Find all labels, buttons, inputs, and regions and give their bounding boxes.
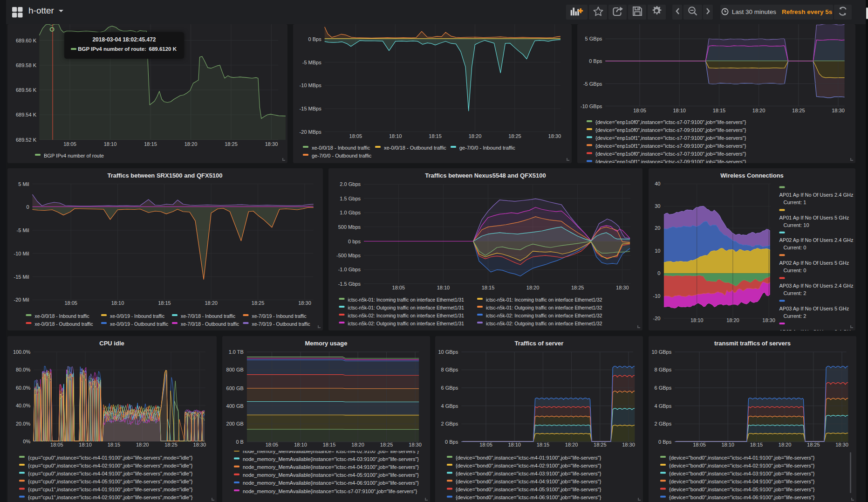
svg-text:18:25: 18:25: [807, 442, 820, 447]
svg-text:-20 MBps: -20 MBps: [300, 129, 322, 135]
svg-text:18:25: 18:25: [594, 442, 607, 447]
svg-text:18:05: 18:05: [479, 442, 492, 447]
svg-text:18:20: 18:20: [185, 141, 198, 147]
svg-text:-10 GBps: -10 GBps: [581, 103, 602, 109]
svg-text:{device="enp1s0f0",instance="i: {device="enp1s0f0",instance="ictsc-s7-09…: [595, 127, 746, 133]
svg-text:{device="bond0",instance="icts: {device="bond0",instance="ictsc-m4-02:91…: [669, 463, 815, 468]
svg-text:{device="bond0",instance="icts: {device="bond0",instance="ictsc-m4-02:91…: [456, 463, 601, 468]
svg-text:18:30: 18:30: [298, 300, 311, 306]
svg-text:18:20: 18:20: [779, 442, 792, 447]
svg-text:5 GBps: 5 GBps: [585, 36, 602, 41]
svg-text:18:30: 18:30: [622, 442, 635, 447]
svg-text:689.52 K: 689.52 K: [16, 137, 37, 143]
svg-text:100.0%: 100.0%: [13, 349, 31, 355]
svg-text:Memory usage: Memory usage: [305, 340, 347, 347]
svg-text:xe-7/0/18 - Outbound traffic: xe-7/0/18 - Outbound traffic: [181, 322, 239, 327]
svg-text:ictsc-n5k-01: Incoming traffic: ictsc-n5k-01: Incoming traffic on interf…: [486, 297, 602, 303]
svg-text:18:25: 18:25: [252, 300, 265, 306]
svg-text:ictsc-n5k-02: Incoming traffic: ictsc-n5k-02: Incoming traffic on interf…: [486, 313, 602, 318]
svg-text:ictsc-n5k-02: Outgoing traffic: ictsc-n5k-02: Outgoing traffic on interf…: [486, 321, 602, 326]
svg-text:Traffics between SRX1500 and Q: Traffics between SRX1500 and QFX5100: [107, 172, 222, 179]
svg-text:600 GB: 600 GB: [226, 385, 244, 391]
svg-text:6 GBps: 6 GBps: [655, 385, 672, 391]
svg-text:ictsc-n5k-01: Incoming traffic: ictsc-n5k-01: Incoming traffic on interf…: [348, 297, 465, 303]
svg-text:{device="bond0",instance="icts: {device="bond0",instance="ictsc-m4-03:91…: [669, 471, 815, 476]
svg-text:18:30: 18:30: [265, 141, 278, 147]
svg-text:18:10: 18:10: [104, 141, 117, 147]
svg-text:0 bps: 0 bps: [348, 239, 361, 244]
svg-text:6 GBps: 6 GBps: [441, 385, 458, 391]
svg-text:18:20: 18:20: [752, 108, 765, 113]
svg-text:0%: 0%: [23, 439, 30, 444]
svg-text:ictsc-n5k-02: Incoming traffic: ictsc-n5k-02: Incoming traffic on interf…: [348, 313, 465, 318]
svg-text:0 B: 0 B: [236, 439, 244, 445]
svg-text:-15 MBps: -15 MBps: [300, 106, 322, 111]
svg-text:Traffics between Nexus5548 and: Traffics between Nexus5548 and QFX5100: [425, 172, 546, 179]
svg-text:Wireless Connections: Wireless Connections: [720, 172, 784, 179]
svg-text:18:30: 18:30: [616, 285, 629, 290]
svg-text:800 GB: 800 GB: [226, 367, 244, 372]
svg-text:xe-0/0/19 - Outbound traffic: xe-0/0/19 - Outbound traffic: [110, 322, 168, 327]
svg-text:20.0%: 20.0%: [16, 421, 30, 426]
svg-text:18:05: 18:05: [63, 141, 76, 147]
svg-text:18:15: 18:15: [713, 108, 726, 113]
svg-text:18:20: 18:20: [205, 300, 218, 306]
svg-text:18:05: 18:05: [392, 285, 405, 290]
svg-text:4 GBps: 4 GBps: [441, 403, 458, 409]
svg-text:689.60 K: 689.60 K: [16, 38, 37, 43]
svg-text:18:25: 18:25: [225, 141, 238, 147]
svg-text:689.56 K: 689.56 K: [16, 87, 37, 93]
svg-text:20: 20: [655, 225, 660, 231]
svg-text:Current: 10: Current: 10: [784, 222, 809, 228]
svg-text:1.0 TB: 1.0 TB: [229, 349, 244, 355]
svg-text:18:05: 18:05: [349, 133, 362, 139]
svg-text:AP01 Ap If No Of Users 5 GHz: AP01 Ap If No Of Users 5 GHz: [779, 215, 849, 220]
svg-text:200 GB: 200 GB: [226, 421, 244, 426]
svg-text:{cpu="cpu1",instance="ictsc-m4: {cpu="cpu1",instance="ictsc-m4-01:9100",…: [28, 487, 193, 492]
svg-text:Current: 2: Current: 2: [784, 290, 806, 296]
svg-text:18:05: 18:05: [633, 108, 646, 113]
svg-text:ge-7/0/0 - Inbound traffic: ge-7/0/0 - Inbound traffic: [459, 145, 515, 151]
svg-text:18:15: 18:15: [482, 285, 495, 290]
svg-text:AP03 Ap If No Of Users 5 GHz: AP03 Ap If No Of Users 5 GHz: [779, 306, 849, 311]
svg-text:18:05: 18:05: [50, 442, 63, 447]
svg-text:8 GBps: 8 GBps: [655, 367, 672, 372]
svg-text:{cpu="cpu0",instance="ictsc-m4: {cpu="cpu0",instance="ictsc-m4-02:9100",…: [28, 463, 193, 468]
svg-text:xe-0/0/19 - Inbound traffic: xe-0/0/19 - Inbound traffic: [110, 314, 164, 319]
svg-text:BGP IPv4 number of route: BGP IPv4 number of route: [44, 153, 104, 158]
svg-text:18:15: 18:15: [537, 442, 550, 447]
svg-text:18:15: 18:15: [750, 442, 763, 447]
svg-text:40: 40: [655, 181, 660, 186]
svg-text:CPU idle: CPU idle: [99, 340, 124, 347]
svg-text:18:25: 18:25: [164, 442, 178, 447]
svg-text:0: 0: [26, 204, 29, 210]
svg-text:18:05: 18:05: [266, 442, 279, 447]
svg-text:1.5 Gbps: 1.5 Gbps: [340, 196, 361, 201]
svg-text:ge-7/0/0 - Outbound traffic: ge-7/0/0 - Outbound traffic: [312, 153, 372, 158]
svg-text:xe-7/0/19 - Outbound traffic: xe-7/0/19 - Outbound traffic: [252, 322, 310, 327]
svg-text:{device="bond0",instance="icts: {device="bond0",instance="ictsc-m4-04:91…: [456, 479, 601, 484]
svg-text:{device="bond0",instance="icts: {device="bond0",instance="ictsc-m4-03:91…: [456, 471, 601, 476]
svg-text:689.58 K: 689.58 K: [16, 62, 37, 68]
svg-text:18:15: 18:15: [108, 442, 121, 447]
svg-text:1.0 Gbps: 1.0 Gbps: [340, 210, 361, 215]
svg-text:18:05: 18:05: [64, 300, 77, 306]
svg-text:{device="bond0",instance="icts: {device="bond0",instance="ictsc-m4-05:91…: [456, 487, 601, 492]
svg-text:2 GBps: 2 GBps: [655, 421, 672, 426]
svg-text:18:15: 18:15: [323, 442, 336, 447]
svg-text:30: 30: [655, 203, 660, 209]
svg-text:18:10: 18:10: [437, 285, 450, 290]
svg-text:Current: 0: Current: 0: [784, 268, 806, 273]
svg-text:18:30: 18:30: [409, 442, 422, 447]
svg-text:AP05 Ap If No Of Users 2.4 GHz: AP05 Ap If No Of Users 2.4 GHz: [779, 329, 854, 331]
svg-text:60.0%: 60.0%: [16, 385, 30, 391]
svg-text:18:30: 18:30: [832, 108, 845, 113]
svg-text:18:10: 18:10: [389, 133, 402, 139]
svg-text:node_memory_MemAvailable{insta: node_memory_MemAvailable{instance="ictsc…: [243, 480, 419, 486]
svg-text:400 GB: 400 GB: [226, 403, 244, 409]
svg-text:node_memory_MemAvailable{insta: node_memory_MemAvailable{instance="ictsc…: [243, 456, 419, 462]
svg-text:ictsc-n5k-02: Outgoing traffic: ictsc-n5k-02: Outgoing traffic on interf…: [348, 321, 465, 326]
svg-text:xe-7/0/18 - Inbound traffic: xe-7/0/18 - Inbound traffic: [181, 314, 235, 319]
svg-text:xe-0/0/18 - Outbound traffic: xe-0/0/18 - Outbound traffic: [384, 145, 446, 151]
svg-text:{device="enp1s0f1",instance="i: {device="enp1s0f1",instance="ictsc-s7-09…: [595, 159, 746, 163]
